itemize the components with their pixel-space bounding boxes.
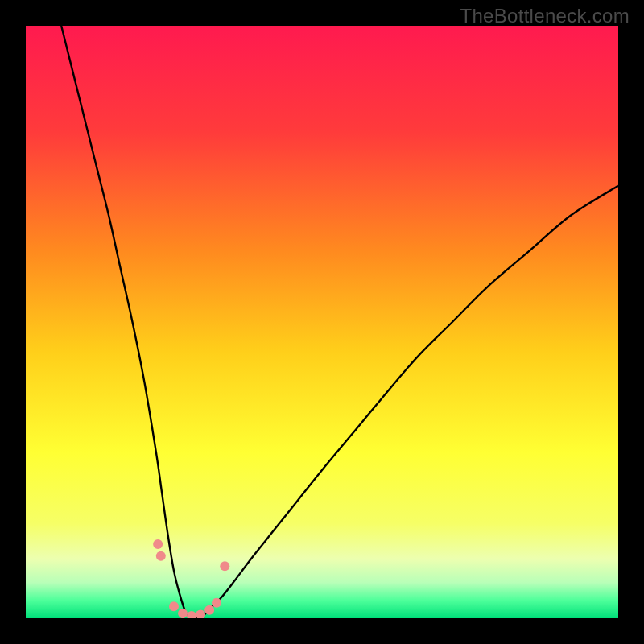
gradient-background xyxy=(26,26,618,618)
plot-svg xyxy=(26,26,618,618)
watermark-text: TheBottleneck.com xyxy=(460,5,630,27)
plot-area xyxy=(26,26,618,618)
data-marker xyxy=(156,551,166,561)
data-marker xyxy=(220,561,229,571)
data-marker xyxy=(169,601,179,611)
data-marker xyxy=(212,598,221,608)
data-marker xyxy=(178,609,188,618)
data-marker xyxy=(204,605,214,615)
chart-frame: TheBottleneck.com xyxy=(0,0,644,644)
data-marker xyxy=(153,539,163,549)
